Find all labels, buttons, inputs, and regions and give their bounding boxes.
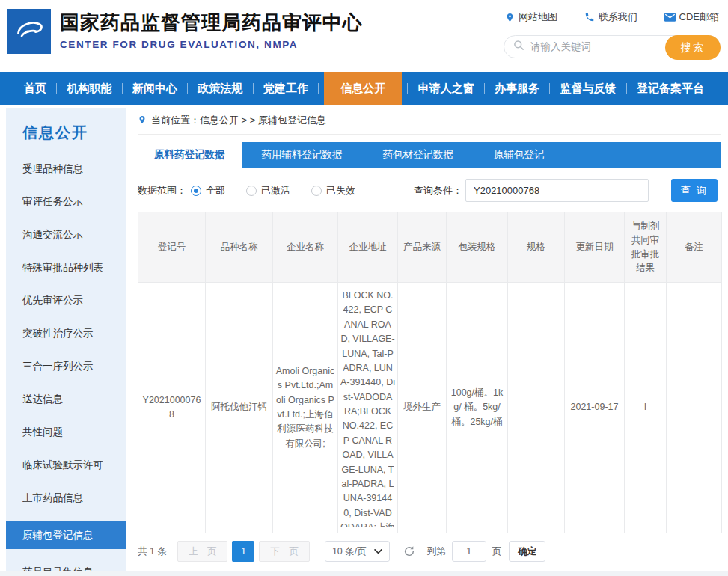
sidebar-item-special-approval[interactable]: 特殊审批品种列表: [6, 261, 126, 275]
sidebar-item-raw-material-registration[interactable]: 原辅包登记信息: [6, 521, 126, 549]
cell-company-name: Amoli Organics Pvt.Ltd.;Amoli Organics P…: [273, 283, 338, 533]
query-button[interactable]: 查 询: [671, 179, 718, 202]
sidebar-item-common-issues[interactable]: 共性问题: [6, 426, 126, 439]
tab-api-registration[interactable]: 原料药登记数据: [138, 142, 242, 168]
confirm-button[interactable]: 确定: [509, 541, 545, 562]
nav-divider: [187, 83, 188, 94]
sidebar-item-delivery-info[interactable]: 送达信息: [6, 393, 126, 406]
nav-divider: [318, 83, 319, 94]
nav-item-info-disclosure[interactable]: 信息公开: [324, 72, 402, 105]
sidebar-item-accepted-products[interactable]: 受理品种信息: [6, 162, 126, 176]
col-header-package-spec: 包装规格: [447, 212, 508, 283]
contact-link[interactable]: 联系我们: [584, 10, 637, 24]
nav-divider: [56, 83, 57, 94]
nav-item-party[interactable]: 党建工作: [259, 72, 313, 105]
table-row[interactable]: Y20210000768 阿托伐他汀钙 Amoli Organics Pvt.L…: [138, 283, 722, 533]
next-page-button[interactable]: 下一页: [259, 541, 310, 562]
cell-update-date: 2021-09-17: [565, 283, 625, 533]
registration-table: 登记号 品种名称 企业名称 企业地址 产品来源 包装规格 规格 更新日期 与制剂…: [138, 212, 722, 533]
page-size-value: 10 条/页: [332, 545, 367, 558]
radio-all[interactable]: 全部: [191, 184, 225, 197]
main-nav: 首页 机构职能 新闻中心 政策法规 党建工作 信息公开 申请人之窗 办事服务 监…: [0, 72, 728, 105]
sidebar-item-marketed-drugs[interactable]: 上市药品信息: [6, 491, 126, 505]
radio-expired-label: 已失效: [326, 184, 355, 197]
contact-label: 联系我们: [599, 10, 637, 24]
col-header-joint-review-result: 与制剂共同审批审批结果: [625, 212, 667, 283]
mailbox-link[interactable]: CDE邮箱: [664, 10, 719, 24]
breadcrumb: 当前位置：信息公开 > > 原辅包登记信息: [138, 108, 721, 135]
sidebar-item-review-tasks[interactable]: 审评任务公示: [6, 195, 126, 209]
sidebar-item-breakthrough-therapy[interactable]: 突破性治疗公示: [6, 327, 126, 340]
site-logo[interactable]: 国家药品监督管理局药品审评中心 CENTER FOR DRUG EVALUATI…: [7, 9, 363, 54]
site-title: 国家药品监督管理局药品审评中心: [60, 9, 363, 36]
nav-divider: [407, 83, 408, 94]
nav-item-services[interactable]: 办事服务: [490, 72, 544, 105]
cell-company-address: BLOCK NO.422, ECP CANAL ROAD, VILLAGE-LU…: [338, 283, 398, 533]
sidebar-item-clinical-trial[interactable]: 临床试验默示许可: [6, 459, 126, 472]
col-header-remark: 备注: [667, 212, 722, 283]
query-input[interactable]: [465, 179, 649, 202]
col-header-reg-no: 登记号: [138, 212, 206, 283]
radio-activated[interactable]: 已激活: [246, 184, 290, 197]
tab-excipient-registration[interactable]: 药用辅料登记数据: [242, 142, 363, 168]
tab-bar: 原料药登记数据 药用辅料登记数据 药包材登记数据 原辅包登记: [138, 142, 721, 168]
site-subtitle: CENTER FOR DRUG EVALUATION, NMPA: [60, 39, 363, 50]
scope-label: 数据范围：: [138, 184, 186, 197]
col-header-product-name: 品种名称: [206, 212, 273, 283]
site-search-input[interactable]: [530, 41, 650, 52]
sidebar-title: 信息公开: [6, 123, 126, 143]
jump-label: 到第: [427, 545, 446, 558]
nav-item-news[interactable]: 新闻中心: [128, 72, 182, 105]
nav-divider: [253, 83, 254, 94]
nav-item-registration-platform[interactable]: 登记备案平台: [632, 72, 709, 105]
nav-item-home[interactable]: 首页: [19, 72, 51, 105]
sitemap-link[interactable]: 网站地图: [505, 10, 557, 24]
nav-item-supervision[interactable]: 监督与反馈: [556, 72, 621, 105]
nav-divider: [484, 83, 485, 94]
site-search-bar: 搜索: [504, 35, 721, 58]
jump-page-input[interactable]: [452, 541, 486, 562]
site-search-button[interactable]: 搜索: [665, 35, 721, 60]
radio-activated-dot: [246, 186, 257, 196]
radio-expired[interactable]: 已失效: [311, 184, 355, 197]
search-icon: [513, 40, 524, 54]
site-header: 国家药品监督管理局药品审评中心 CENTER FOR DRUG EVALUATI…: [0, 0, 728, 72]
cell-reg-no: Y20210000768: [138, 283, 206, 533]
col-header-company-address: 企业地址: [338, 212, 398, 283]
query-label: 查询条件：: [414, 184, 462, 197]
pagination-bar: 共 1 条 上一页 1 下一页 10 条/页 到第 页 确定: [138, 541, 721, 562]
nav-divider: [122, 83, 123, 94]
page-number-1[interactable]: 1: [232, 541, 254, 562]
nav-item-applicant[interactable]: 申请人之窗: [414, 72, 479, 105]
tab-packaging-registration[interactable]: 药包材登记数据: [363, 142, 474, 168]
nav-divider: [626, 83, 627, 94]
prev-page-button[interactable]: 上一页: [177, 541, 228, 562]
nav-item-functions[interactable]: 机构职能: [62, 72, 116, 105]
radio-expired-dot: [311, 186, 322, 196]
cell-remark: [667, 283, 722, 533]
sitemap-label: 网站地图: [519, 10, 557, 24]
radio-all-dot: [191, 186, 201, 196]
refresh-icon[interactable]: [403, 545, 415, 557]
page-bottom-strip: [0, 571, 728, 576]
chevron-down-icon: [374, 546, 382, 557]
cell-package-spec: 100g/桶。1kg/ 桶。5kg/ 桶。25kg/桶: [447, 283, 508, 533]
col-header-company-name: 企业名称: [273, 212, 338, 283]
col-header-update-date: 更新日期: [565, 212, 625, 283]
col-header-spec: 规格: [508, 212, 565, 283]
sidebar: 信息公开 受理品种信息 审评任务公示 沟通交流公示 特殊审批品种列表 优先审评公…: [6, 108, 126, 576]
mailbox-label: CDE邮箱: [679, 10, 719, 24]
page-size-select[interactable]: 10 条/页: [325, 541, 390, 562]
nav-item-policy[interactable]: 政策法规: [193, 72, 247, 105]
cell-spec: [508, 283, 565, 533]
sidebar-item-priority-review[interactable]: 优先审评公示: [6, 294, 126, 307]
sidebar-item-communication[interactable]: 沟通交流公示: [6, 228, 126, 242]
col-header-product-source: 产品来源: [398, 212, 447, 283]
filter-bar: 数据范围： 全部 已激活 已失效 查询条件： 查 询: [138, 179, 721, 202]
phone-icon: [584, 12, 595, 22]
nav-divider: [549, 83, 550, 94]
sidebar-item-three-in-one[interactable]: 三合一序列公示: [6, 360, 126, 373]
radio-all-label: 全部: [206, 184, 225, 197]
tab-raw-aux-pack[interactable]: 原辅包登记: [474, 142, 565, 168]
jump-unit: 页: [492, 545, 502, 558]
